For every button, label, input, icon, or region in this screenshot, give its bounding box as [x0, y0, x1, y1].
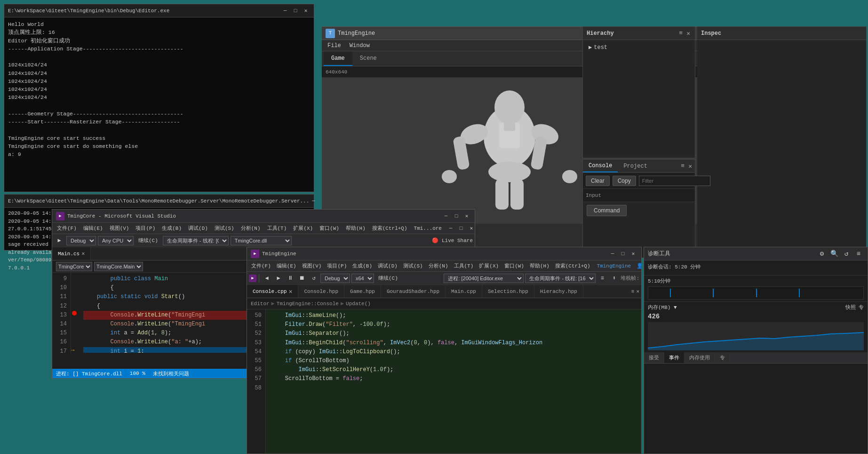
vs2-stack-icon[interactable]: ⬆	[609, 273, 619, 284]
vs2-pause[interactable]: ⏸	[285, 273, 295, 284]
hierarchy-close-icon[interactable]: ✕	[685, 29, 691, 38]
diag-refresh-icon[interactable]: ↺	[841, 249, 852, 259]
vs1-menu-search[interactable]: 搜索(Ctrl+Q)	[369, 224, 410, 233]
vs2-tab-more[interactable]: ✕	[636, 288, 639, 294]
vs2-menu-tools[interactable]: 工具(T)	[452, 261, 476, 270]
vs1-minimize[interactable]: ─	[442, 212, 450, 220]
vs2-menu-file[interactable]: 文件(F)	[249, 261, 273, 270]
diag-btab-accept[interactable]: 接受	[644, 352, 664, 363]
console-tab-console[interactable]: Console	[583, 160, 618, 172]
filter-input[interactable]	[639, 176, 710, 186]
vs1-menu-file[interactable]: 文件(F)	[54, 224, 80, 233]
diag-filter-icon[interactable]: ≡	[853, 249, 864, 259]
vs1-menu-max[interactable]: □	[457, 224, 465, 233]
vs2-menu-tming[interactable]: TmingEngine	[595, 262, 634, 270]
vs2-tab-consolecpp[interactable]: Console.cpp ✕	[247, 285, 298, 298]
vs2-tool1[interactable]: ◀	[262, 273, 272, 284]
vs2-menu-help[interactable]: 帮助(H)	[527, 261, 552, 270]
vs1-menu-close[interactable]: ✕	[467, 224, 476, 233]
diag-btab-memory[interactable]: 内存使用	[685, 352, 715, 363]
vs2-continue-btn[interactable]: 继续(C)	[375, 273, 401, 284]
vs2-menu-ext[interactable]: 扩展(X)	[477, 261, 501, 270]
vs1-menu-window[interactable]: 窗口(W)	[317, 224, 342, 233]
vs1-menu-build[interactable]: 生成(B)	[159, 224, 184, 233]
vs2-maximize[interactable]: □	[619, 250, 627, 258]
vs1-project-select[interactable]: TmingCore	[56, 262, 92, 271]
vs2-code-content[interactable]: ImGui::SameLine(); Filter.Draw("Filter",…	[266, 309, 641, 454]
vs2-tab-hierachy[interactable]: Hierachy.hpp	[534, 285, 583, 298]
vs1-menu-min[interactable]: ─	[446, 224, 455, 233]
vs1-menu-edit[interactable]: 编辑(E)	[80, 224, 106, 233]
vs2-tab-consolecpp-close[interactable]: ✕	[289, 288, 293, 295]
vs1-dll-combo[interactable]: TmingCore.dll	[231, 236, 292, 245]
vs2-menu-analyze[interactable]: 分析(N)	[426, 261, 451, 270]
clear-button[interactable]: Clear	[586, 176, 610, 186]
vs1-close[interactable]: ✕	[462, 212, 471, 220]
diag-settings-icon[interactable]: ⚙	[817, 249, 827, 259]
console-tab-project[interactable]: Project	[618, 160, 653, 172]
menu-window[interactable]: Window	[346, 41, 374, 50]
terminal-1-minimize[interactable]: ─	[281, 7, 289, 15]
vs2-menu-test[interactable]: 测试(S)	[401, 261, 425, 270]
vs2-stop[interactable]: ⏹	[297, 273, 307, 284]
vs2-restart[interactable]: ↺	[309, 273, 319, 284]
vs1-liveshare-btn[interactable]: 🔴 Live Share	[432, 235, 473, 246]
vs2-menu-build[interactable]: 生成(B)	[350, 261, 374, 270]
vs2-lifecycle-combo[interactable]: 生命周期事件 - 线程: [16688]	[525, 274, 596, 283]
copy-button[interactable]: Copy	[613, 176, 636, 186]
hierarchy-item-test[interactable]: ▶ test	[587, 43, 691, 52]
vs1-menu-analyze[interactable]: 分析(N)	[238, 224, 263, 233]
vs1-menu-tmi[interactable]: Tmi...ore	[411, 225, 445, 232]
vs2-menu-debug[interactable]: 调试(D)	[375, 261, 400, 270]
vs2-tab-selection[interactable]: Selection.hpp	[482, 285, 534, 298]
vs1-continue-btn[interactable]: 继续(C)	[135, 235, 161, 246]
terminal-1-maximize[interactable]: □	[291, 7, 300, 15]
vs2-tab-options[interactable]: ≡	[631, 289, 635, 294]
vs1-tab-maincs[interactable]: Main.cs ✕	[52, 247, 91, 260]
vs2-menu-edit[interactable]: 编辑(E)	[274, 261, 299, 270]
console-input-field[interactable]	[604, 193, 692, 198]
vs1-menu-help[interactable]: 帮助(H)	[343, 224, 368, 233]
vs2-tab-maincpp[interactable]: Main.cpp	[446, 285, 482, 298]
diag-snapshot-btn[interactable]: 快照	[845, 304, 856, 311]
vs2-menu-search[interactable]: 搜索(Ctrl+Q)	[553, 261, 593, 270]
vs2-close[interactable]: ✕	[629, 250, 637, 258]
vs1-menu-test[interactable]: 测试(S)	[212, 224, 237, 233]
vs1-lifecycle-combo[interactable]: 生命周期事件 - 线程: [0]	[163, 236, 229, 245]
terminal-2-minimize[interactable]: ─	[309, 197, 318, 205]
hierarchy-filter-icon[interactable]: ≡	[678, 29, 684, 38]
vs2-platform-combo[interactable]: x64	[351, 274, 374, 283]
diag-search-icon[interactable]: 🔍	[829, 249, 839, 259]
menu-file[interactable]: File	[324, 41, 345, 50]
console-filter-icon[interactable]: ≡	[680, 162, 685, 170]
vs1-menu-tools[interactable]: 工具(T)	[264, 224, 290, 233]
vs1-maximize[interactable]: □	[452, 212, 461, 220]
command-button[interactable]: Command	[587, 205, 627, 216]
vs1-class-select[interactable]: TmingCore.Main	[94, 262, 143, 271]
vs1-config-combo[interactable]: Debug	[66, 236, 96, 245]
vs1-menu-view[interactable]: 视图(V)	[107, 224, 132, 233]
vs1-menu-ext[interactable]: 扩展(X)	[290, 224, 316, 233]
tab-scene[interactable]: Scene	[352, 51, 384, 66]
vs2-minimize[interactable]: ─	[608, 250, 617, 258]
diag-btab-specialist[interactable]: 专	[715, 352, 730, 363]
vs2-menu-window[interactable]: 窗口(W)	[502, 261, 526, 270]
vs1-platform-combo[interactable]: Any CPU	[98, 236, 134, 245]
tab-game[interactable]: Game	[324, 51, 352, 66]
vs2-tab-consolehpp[interactable]: Console.hpp	[298, 285, 344, 298]
vs2-menu-view[interactable]: 视图(V)	[300, 261, 324, 270]
vs1-menu-debug[interactable]: 调试(D)	[185, 224, 211, 233]
diag-specialist-btn[interactable]: 专	[859, 304, 864, 311]
vs2-tab-gamehpp[interactable]: Game.hpp	[344, 285, 381, 298]
vs2-tab-gouraud[interactable]: GouraudShader.hpp	[381, 285, 446, 298]
vs2-process-combo[interactable]: 进程: [20040] Editor.exe	[444, 274, 524, 283]
vs1-run-icon[interactable]: ▶	[54, 235, 64, 246]
vs2-menu-project[interactable]: 项目(P)	[325, 261, 349, 270]
vs2-tool2[interactable]: ▶	[273, 273, 284, 284]
vs2-config-combo[interactable]: Debug	[320, 274, 350, 283]
diag-btab-events[interactable]: 事件	[664, 352, 685, 363]
terminal-1-close[interactable]: ✕	[302, 7, 310, 15]
vs1-menu-project[interactable]: 项目(P)	[133, 224, 158, 233]
vs2-filter-icon[interactable]: ≡	[597, 273, 607, 284]
console-close-icon[interactable]: ✕	[687, 162, 693, 171]
